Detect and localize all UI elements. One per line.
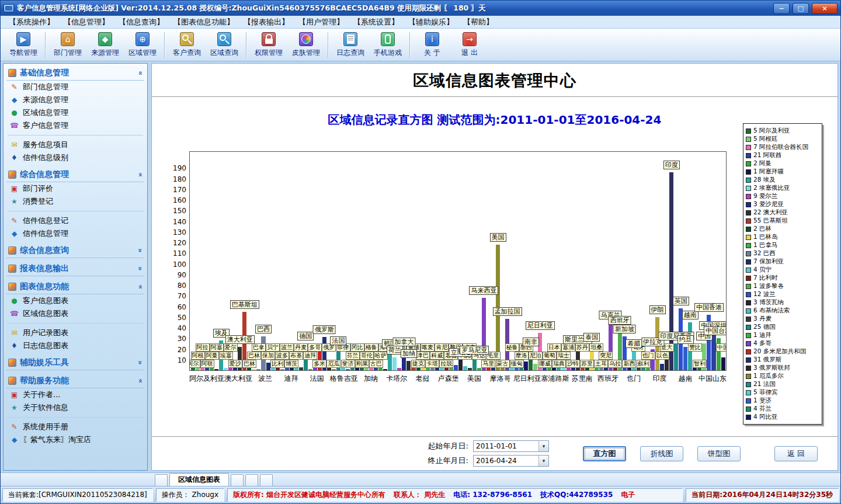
menu-item[interactable]: 【信息查询】 <box>114 17 169 27</box>
sidebar-item[interactable]: ☎区域信息图表 <box>6 307 144 320</box>
bar-slot: 日本 <box>552 152 556 370</box>
source-button[interactable]: ◆来源管理 <box>87 30 123 60</box>
page-title: 区域信息图表管理中心 <box>152 64 837 96</box>
maximize-button[interactable]: □ <box>793 3 809 14</box>
y-axis: 1020304050607080901001101201301401501601… <box>168 151 189 371</box>
sidebar-item[interactable]: ▣关于作者... <box>6 388 144 401</box>
magnifier-glass <box>182 34 189 41</box>
sidebar-section-header[interactable]: 综合信息查询» <box>6 244 144 258</box>
line-chart-button[interactable]: 折线图 <box>640 446 683 461</box>
sidebar-item[interactable]: ♦信件信息级别 <box>6 151 144 164</box>
legend-swatch <box>746 145 751 150</box>
sidebar-item-label: 部门信息管理 <box>23 82 68 92</box>
sidebar-item[interactable]: ✎系统使用手册 <box>6 420 144 433</box>
end-date-dropdown[interactable]: ▾ <box>538 456 548 466</box>
menu-item[interactable]: 【系统操作】 <box>4 17 59 27</box>
legend-label: 2 巴林 <box>753 225 772 233</box>
bar <box>280 369 284 370</box>
sidebar-section-header[interactable]: 综合信息管理» <box>6 168 144 182</box>
bar-tag: 保加 <box>261 352 275 360</box>
bar-slot: 孟加拉国 <box>505 152 509 370</box>
sidebar-section: 综合信息管理»▣部门评价★消费登记✎信件信息登记◆信件信息管理 <box>6 168 144 240</box>
legend-label: 55 巴基斯坦 <box>753 217 788 225</box>
sidebar-item[interactable]: ✉用户记录图表 <box>6 326 144 339</box>
menu-item[interactable]: 【系统设置】 <box>349 17 404 27</box>
customer-search-button[interactable]: 客户查询 <box>169 30 205 60</box>
sidebar-section-header[interactable]: 图表信息功能» <box>6 280 144 294</box>
sidebar-item[interactable]: ◆信件信息管理 <box>6 227 144 240</box>
sidebar-item[interactable]: ●客户信息图表 <box>6 294 144 307</box>
close-button[interactable]: × <box>812 3 837 14</box>
sidebar-section-title: 综合信息查询 <box>20 245 134 256</box>
sidebar-section-header[interactable]: 报表信息输出» <box>6 262 144 276</box>
sidebar-item[interactable]: ●区域信息管理 <box>6 106 144 119</box>
start-date-field[interactable]: ▾ <box>473 440 549 452</box>
tab-region-chart[interactable]: 区域信息图表 <box>169 473 229 486</box>
region-icon: ⊕ <box>135 32 150 46</box>
sidebar-item[interactable]: ✉服务信息项目 <box>6 138 144 151</box>
sidebar-item[interactable]: ◆〖紫气东来〗淘宝店 <box>6 433 144 446</box>
legend-label: 7 比利时 <box>753 274 778 282</box>
legend-label: 21 法国 <box>753 380 776 388</box>
sidebar-item[interactable]: ★消费登记 <box>6 195 144 208</box>
bar-tag: 古巴 <box>369 360 383 368</box>
menu-item[interactable]: 【图表信息功能】 <box>169 17 239 27</box>
bar-tag: 波兰 <box>280 343 294 352</box>
exit-button[interactable]: →退 出 <box>451 30 488 60</box>
sidebar-item[interactable]: ▣部门评价 <box>6 182 144 195</box>
toolbar-button-label: 日志查询 <box>336 48 364 58</box>
bar-tag: 哈萨 <box>374 352 388 360</box>
legend-item: 21 阿联酋 <box>746 151 819 159</box>
bar-tag: 贝宁 <box>266 343 280 352</box>
legend-item: 5 菲律宾 <box>746 388 819 397</box>
region-search-button[interactable]: 区域查询 <box>206 30 242 60</box>
legend-swatch <box>746 235 751 240</box>
permission-button[interactable]: 权限管理 <box>251 30 287 60</box>
x-axis: 阿尔及利亚澳大利亚波兰迪拜法国格鲁吉亚加纳卡塔尔老挝卢森堡美国摩洛哥尼日利亚塞浦… <box>189 374 727 384</box>
sidebar-item[interactable]: ✎信件信息登记 <box>6 214 144 227</box>
menu-item[interactable]: 【报表输出】 <box>239 17 294 27</box>
bar-slot: 伊拉克 <box>651 152 655 370</box>
bar-slot: 乌拉 <box>613 152 617 370</box>
tab-blank[interactable] <box>231 474 244 486</box>
sidebar-section-header[interactable]: 帮助服务功能» <box>6 374 144 388</box>
legend-swatch <box>746 333 751 338</box>
sidebar-item[interactable]: ★关于软件信息 <box>6 401 144 414</box>
sidebar-section-header[interactable]: 基础信息管理» <box>6 66 144 81</box>
tab-blank[interactable] <box>155 474 168 486</box>
bar-slot: 加拿大 <box>402 152 406 370</box>
mobile-game-button[interactable]: 手机游戏 <box>370 30 406 60</box>
histogram-button[interactable]: 直方图 <box>583 446 626 461</box>
sidebar-item[interactable]: ◆来源信息管理 <box>6 93 144 106</box>
legend-item: 9 爱尔兰 <box>746 192 819 200</box>
sidebar-item[interactable]: ♦日志信息图表 <box>6 339 144 352</box>
navigation-button[interactable]: ▶导航管理 <box>5 30 41 60</box>
y-tick-label: 150 <box>173 207 186 215</box>
sidebar-item[interactable]: ✎部门信息管理 <box>6 81 144 93</box>
start-date-dropdown[interactable]: ▾ <box>538 441 548 451</box>
skin-button[interactable]: 皮肤管理 <box>288 30 324 60</box>
menu-item[interactable]: 【信息管理】 <box>59 17 114 27</box>
pie-chart-button[interactable]: 饼型图 <box>697 446 741 461</box>
y-tick-label: 10 <box>178 356 186 364</box>
menu-item[interactable]: 【用户管理】 <box>294 17 349 27</box>
tab-blank[interactable] <box>260 474 273 486</box>
department-button[interactable]: ⌂部门管理 <box>50 30 86 60</box>
log-search-button[interactable]: 日志查询 <box>332 30 369 60</box>
menu-item[interactable]: 【帮助】 <box>458 17 498 27</box>
sidebar-section-header[interactable]: 辅助娱乐工具» <box>6 356 144 370</box>
end-date-field[interactable]: ▾ <box>473 455 549 467</box>
end-date-input[interactable] <box>474 457 538 465</box>
minimize-button[interactable]: − <box>773 3 790 14</box>
y-tick-label: 110 <box>173 249 186 258</box>
start-date-input[interactable] <box>474 442 538 450</box>
region-button[interactable]: ⊕区域管理 <box>124 30 161 60</box>
about-button[interactable]: i关 于 <box>414 30 450 60</box>
sidebar-item[interactable]: ☎客户信息管理 <box>6 119 144 132</box>
bar <box>721 357 725 370</box>
legend-label: 12 波兰 <box>753 290 776 298</box>
tab-blank[interactable] <box>245 474 258 486</box>
bar-callout: 希腊 <box>625 339 642 348</box>
menu-item[interactable]: 【辅助娱乐】 <box>404 17 458 27</box>
return-button[interactable]: 返 回 <box>774 446 818 461</box>
